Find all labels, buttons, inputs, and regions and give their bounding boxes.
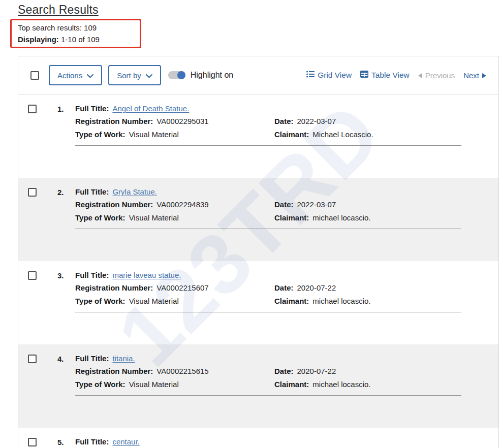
result-row-3: 3. Full Title:marie laveau statue. Regis… xyxy=(18,261,498,344)
toolbar-right-group: Grid View Table View Previous Next xyxy=(306,71,486,80)
result-fields: Full Title:centaur. xyxy=(75,435,478,448)
result-title-link[interactable]: titania. xyxy=(112,354,135,363)
result-fields: Full Title:Angel of Death Statue. Regist… xyxy=(75,102,478,141)
results-container: Actions Sort by Highlight on Grid View T… xyxy=(18,56,499,448)
date-value: 2022-03-07 xyxy=(297,200,336,209)
result-title-link[interactable]: centaur. xyxy=(112,437,139,446)
select-all-checkbox[interactable] xyxy=(30,71,39,80)
claimant-value: Michael Locascio. xyxy=(312,130,373,139)
results-list: 1. Full Title:Angel of Death Statue. Reg… xyxy=(18,94,498,448)
type-of-work-label: Type of Work: xyxy=(75,380,125,389)
table-icon xyxy=(360,71,368,80)
result-number: 3. xyxy=(57,271,64,280)
highlight-toggle-label: Highlight on xyxy=(191,71,234,80)
row-divider xyxy=(75,229,461,229)
result-title-link[interactable]: Gryla Statue. xyxy=(112,187,157,196)
result-row-1: 1. Full Title:Angel of Death Statue. Reg… xyxy=(18,94,498,178)
type-of-work-label: Type of Work: xyxy=(75,213,125,222)
next-page-button[interactable]: Next xyxy=(463,71,486,80)
registration-number-label: Registration Number: xyxy=(75,283,153,292)
row-checkbox[interactable] xyxy=(28,271,37,280)
previous-label: Previous xyxy=(425,71,455,80)
registration-number-label: Registration Number: xyxy=(75,200,153,209)
toggle-knob xyxy=(177,71,185,79)
registration-number-value: VA0002215615 xyxy=(156,367,208,375)
full-title-label: Full Title: xyxy=(75,187,109,196)
next-label: Next xyxy=(463,71,479,80)
type-of-work-value: Visual Material xyxy=(129,297,179,305)
full-title-label: Full Title: xyxy=(75,271,109,279)
row-checkbox[interactable] xyxy=(28,438,37,446)
displaying-range: Displaying: 1-10 of 109 xyxy=(18,35,100,44)
claimant-label: Claimant: xyxy=(274,380,309,389)
chevron-down-icon xyxy=(146,71,152,80)
highlight-toggle[interactable] xyxy=(168,71,185,79)
actions-button[interactable]: Actions xyxy=(49,65,102,85)
displaying-value: 1-10 of 109 xyxy=(61,35,100,44)
type-of-work-value: Visual Material xyxy=(129,380,179,389)
sort-by-button-label: Sort by xyxy=(117,71,141,80)
full-title-label: Full Title: xyxy=(75,354,109,363)
date-value: 2020-07-22 xyxy=(297,283,336,292)
chevron-down-icon xyxy=(87,71,93,80)
page-title: Search Results xyxy=(18,3,99,17)
search-results-page: Search Results Top search results: 109 D… xyxy=(0,0,503,448)
arrow-right-icon xyxy=(482,71,486,80)
type-of-work-value: Visual Material xyxy=(129,213,179,222)
results-toolbar: Actions Sort by Highlight on Grid View T… xyxy=(18,56,498,94)
claimant-value: michael locascio. xyxy=(312,297,370,305)
row-divider xyxy=(75,145,461,146)
claimant-label: Claimant: xyxy=(274,130,309,139)
date-label: Date: xyxy=(274,283,294,292)
registration-number-value: VA0002294839 xyxy=(156,200,208,209)
date-label: Date: xyxy=(274,367,294,375)
top-results-count: Top search results: 109 xyxy=(18,23,97,32)
arrow-left-icon xyxy=(418,71,422,80)
row-divider xyxy=(75,395,461,396)
table-view-button[interactable]: Table View xyxy=(360,71,410,80)
claimant-label: Claimant: xyxy=(274,297,309,305)
claimant-value: michael locascio. xyxy=(312,213,370,222)
result-number: 2. xyxy=(57,188,64,197)
result-fields: Full Title:titania. Registration Number:… xyxy=(75,352,478,391)
displaying-label: Displaying: xyxy=(18,35,59,44)
date-label: Date: xyxy=(274,117,294,125)
row-checkbox[interactable] xyxy=(28,105,37,113)
result-row-4: 4. Full Title:titania. Registration Numb… xyxy=(18,344,498,428)
row-checkbox[interactable] xyxy=(28,355,37,363)
row-checkbox[interactable] xyxy=(28,188,37,197)
registration-number-label: Registration Number: xyxy=(75,367,153,375)
registration-number-label: Registration Number: xyxy=(75,117,153,125)
sort-by-button[interactable]: Sort by xyxy=(108,65,161,85)
type-of-work-label: Type of Work: xyxy=(75,297,125,305)
row-divider xyxy=(75,312,461,312)
registration-number-value: VA0002295031 xyxy=(156,117,208,125)
type-of-work-label: Type of Work: xyxy=(75,130,125,139)
full-title-label: Full Title: xyxy=(75,437,109,446)
result-row-5: 5. Full Title:centaur. xyxy=(18,428,498,448)
result-number: 5. xyxy=(57,438,64,446)
result-title-link[interactable]: marie laveau statue. xyxy=(112,271,181,279)
result-fields: Full Title:Gryla Statue. Registration Nu… xyxy=(75,185,478,224)
table-view-label: Table View xyxy=(371,71,410,80)
type-of-work-value: Visual Material xyxy=(129,130,179,139)
actions-button-label: Actions xyxy=(57,71,82,80)
result-fields: Full Title:marie laveau statue. Registra… xyxy=(75,269,478,307)
date-value: 2020-07-22 xyxy=(297,367,336,375)
previous-page-button[interactable]: Previous xyxy=(418,71,455,80)
registration-number-value: VA0002215607 xyxy=(156,283,208,292)
date-label: Date: xyxy=(274,200,294,209)
result-title-link[interactable]: Angel of Death Statue. xyxy=(112,104,189,113)
result-number: 4. xyxy=(57,355,64,363)
full-title-label: Full Title: xyxy=(75,104,109,113)
claimant-value: michael locascio. xyxy=(312,380,370,389)
grid-view-button[interactable]: Grid View xyxy=(306,71,352,80)
claimant-label: Claimant: xyxy=(274,213,309,222)
list-icon xyxy=(306,71,315,80)
date-value: 2022-03-07 xyxy=(297,117,336,125)
grid-view-label: Grid View xyxy=(318,71,352,80)
result-number: 1. xyxy=(57,105,64,113)
result-row-2: 2. Full Title:Gryla Statue. Registration… xyxy=(18,178,498,261)
